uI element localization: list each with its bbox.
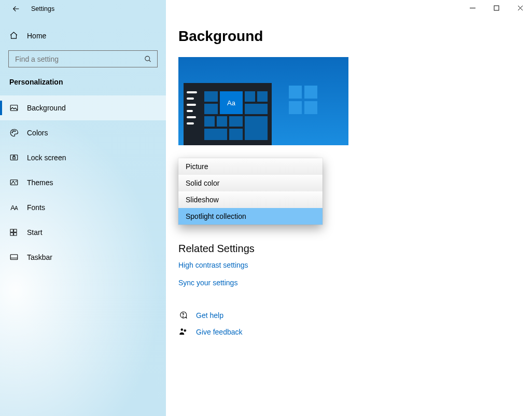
close-button[interactable]: [508, 0, 532, 16]
sidebar-item-taskbar[interactable]: Taskbar: [0, 245, 166, 270]
svg-point-3: [13, 131, 14, 132]
dropdown-option-picture[interactable]: Picture: [178, 158, 323, 175]
fonts-icon: AA: [9, 204, 19, 212]
dropdown-option-solid[interactable]: Solid color: [178, 175, 323, 191]
titlebar: Settings: [0, 0, 532, 18]
search-input[interactable]: [14, 54, 139, 64]
sidebar-nav: Background Colors Lock screen Themes: [0, 95, 166, 270]
themes-icon: [9, 178, 19, 187]
sidebar-item-label: Fonts: [27, 203, 45, 212]
sidebar-item-label: Background: [27, 104, 66, 112]
get-help-row[interactable]: Get help: [178, 311, 532, 320]
sidebar-item-label: Start: [27, 228, 43, 237]
svg-rect-12: [10, 255, 18, 260]
svg-point-4: [15, 131, 16, 132]
sidebar-item-start[interactable]: Start: [0, 220, 166, 245]
feedback-label: Give feedback: [196, 328, 243, 336]
svg-point-14: [183, 316, 184, 317]
svg-rect-6: [13, 157, 16, 159]
svg-rect-13: [494, 6, 499, 10]
link-high-contrast[interactable]: High contrast settings: [178, 261, 248, 269]
search-icon: [144, 55, 152, 63]
sidebar-item-lockscreen[interactable]: Lock screen: [0, 145, 166, 170]
related-heading: Related Settings: [178, 243, 532, 255]
sidebar-item-fonts[interactable]: AA Fonts: [0, 195, 166, 220]
search-wrap: [8, 50, 158, 67]
dropdown-option-spotlight[interactable]: Spotlight collection: [178, 208, 323, 225]
search-box[interactable]: [8, 50, 158, 67]
svg-rect-9: [14, 229, 17, 232]
sidebar-item-label: Themes: [27, 178, 53, 187]
app-title: Settings: [31, 5, 54, 12]
help-icon: [178, 311, 188, 320]
sidebar: Home Personalization Background: [0, 0, 166, 416]
sidebar-item-label: Colors: [27, 129, 48, 137]
window-controls: [460, 0, 532, 16]
sidebar-home[interactable]: Home: [0, 27, 166, 44]
windows-logo-icon: [289, 86, 317, 114]
sidebar-item-label: Taskbar: [27, 253, 52, 261]
svg-rect-1: [10, 105, 18, 111]
background-dropdown: Picture Solid color Slideshow Spotlight …: [178, 158, 323, 225]
svg-point-15: [181, 328, 184, 331]
feedback-row[interactable]: Give feedback: [178, 327, 532, 337]
sidebar-item-label: Lock screen: [27, 154, 66, 162]
svg-rect-8: [10, 229, 13, 232]
taskbar-icon: [9, 253, 19, 262]
dropdown-option-slideshow[interactable]: Slideshow: [178, 191, 323, 208]
get-help-label: Get help: [196, 311, 223, 320]
home-label: Home: [27, 32, 46, 40]
sidebar-item-themes[interactable]: Themes: [0, 170, 166, 195]
preview-start-menu: Aa: [184, 83, 272, 145]
svg-rect-11: [14, 233, 17, 235]
svg-rect-10: [10, 233, 13, 235]
palette-icon: [9, 128, 19, 137]
feedback-icon: [178, 327, 188, 337]
link-sync-settings[interactable]: Sync your settings: [178, 279, 237, 287]
svg-point-0: [145, 56, 150, 61]
settings-window: Home Personalization Background: [0, 0, 532, 416]
sidebar-item-colors[interactable]: Colors: [0, 120, 166, 145]
maximize-button[interactable]: [484, 0, 508, 16]
lock-icon: [9, 153, 19, 162]
minimize-button[interactable]: [460, 0, 484, 16]
preview-sample-text: Aa: [227, 99, 235, 107]
start-icon: [9, 228, 19, 237]
background-preview: Aa: [178, 57, 348, 145]
svg-point-2: [12, 132, 13, 133]
sidebar-category: Personalization: [0, 78, 166, 86]
sidebar-item-background[interactable]: Background: [0, 95, 166, 120]
home-icon: [9, 31, 19, 40]
back-button[interactable]: [11, 4, 21, 13]
picture-icon: [9, 103, 19, 113]
page-title: Background: [178, 28, 532, 45]
